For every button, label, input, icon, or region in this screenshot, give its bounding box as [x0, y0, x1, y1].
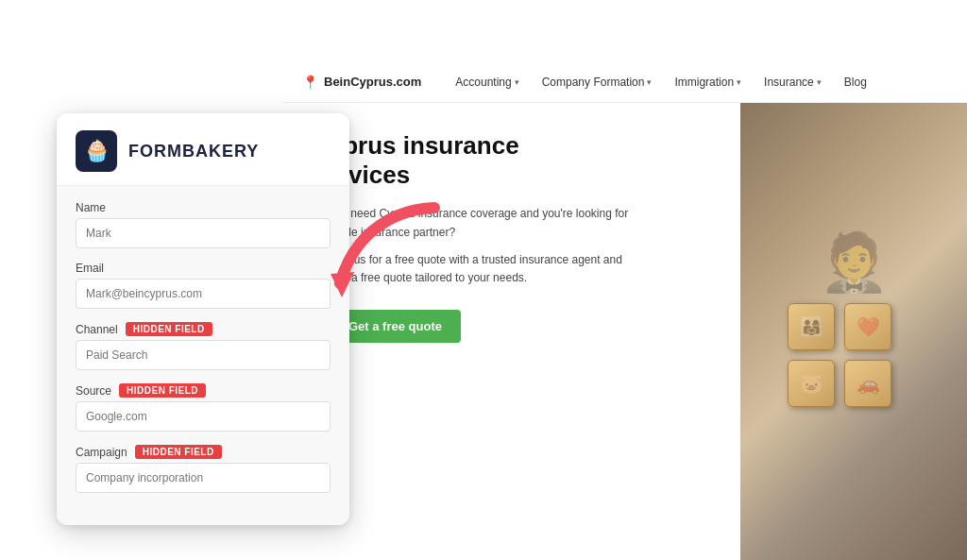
hidden-badge-channel: HIDDEN FIELD [126, 322, 212, 336]
campaign-input[interactable] [76, 463, 331, 493]
source-field-group: Source HIDDEN FIELD [76, 383, 331, 432]
name-label: Name [76, 201, 331, 214]
hidden-badge-campaign: HIDDEN FIELD [135, 445, 222, 459]
block-car: 🚗 [844, 360, 891, 407]
nav-item-insurance[interactable]: Insurance ▾ [756, 72, 829, 93]
insurance-image: 🤵 👨‍👩‍👧 ❤️ 🐷 🚗 [740, 103, 967, 560]
logo-icon: 🧁 [76, 130, 117, 172]
page-title: Cyprus insurance services [312, 131, 712, 190]
chevron-down-icon: ▾ [515, 77, 519, 87]
card-form: Name Email Channel HIDDEN FIELD Source H… [57, 186, 349, 525]
content-left: Cyprus insurance services Do you need Cy… [283, 103, 740, 560]
site-logo: 📍 BeinCyprus.com [302, 75, 421, 90]
block-health: ❤️ [844, 303, 891, 350]
content-desc-2: Contact us for a free quote with a trust… [312, 251, 633, 287]
nav-item-accounting[interactable]: Accounting ▾ [448, 72, 526, 93]
source-input[interactable] [76, 401, 331, 432]
nav-item-immigration[interactable]: Immigration ▾ [667, 72, 749, 93]
card-header: 🧁 FORMBAKERY [57, 113, 349, 186]
name-input[interactable] [76, 218, 331, 248]
nav-item-company-formation[interactable]: Company Formation ▾ [534, 72, 660, 93]
source-label: Source HIDDEN FIELD [76, 383, 331, 398]
channel-field-group: Channel HIDDEN FIELD [76, 322, 331, 370]
email-label: Email [76, 262, 331, 275]
logo-text: FORMBAKERY [128, 142, 259, 161]
logo-pin-icon: 📍 [302, 75, 318, 90]
name-field-group: Name [76, 201, 331, 248]
email-field-group: Email [76, 262, 331, 309]
channel-label: Channel HIDDEN FIELD [76, 322, 331, 336]
site-logo-text: BeinCyprus.com [324, 75, 421, 89]
cupcake-icon: 🧁 [84, 139, 110, 163]
email-input[interactable] [76, 279, 331, 309]
block-savings: 🐷 [788, 360, 835, 407]
content-desc-1: Do you need Cyprus insurance coverage an… [312, 205, 633, 241]
campaign-label: Campaign HIDDEN FIELD [76, 445, 331, 459]
block-family: 👨‍👩‍👧 [788, 303, 835, 350]
form-card: 🧁 FORMBAKERY Name Email Channel HIDDEN F… [57, 113, 349, 525]
chevron-down-icon: ▾ [737, 77, 741, 87]
chevron-down-icon: ▾ [817, 77, 822, 87]
hidden-badge-source: HIDDEN FIELD [119, 383, 206, 398]
nav-item-blog[interactable]: Blog [837, 72, 874, 93]
content-right-image: 🤵 👨‍👩‍👧 ❤️ 🐷 🚗 [740, 103, 967, 560]
campaign-field-group: Campaign HIDDEN FIELD [76, 445, 331, 493]
website-content: Cyprus insurance services Do you need Cy… [283, 103, 967, 560]
chevron-down-icon: ▾ [647, 77, 652, 87]
nav-bar: 📍 BeinCyprus.com Accounting ▾ Company Fo… [283, 61, 967, 103]
wooden-blocks: 👨‍👩‍👧 ❤️ 🐷 🚗 [769, 303, 939, 435]
channel-input[interactable] [76, 340, 331, 370]
